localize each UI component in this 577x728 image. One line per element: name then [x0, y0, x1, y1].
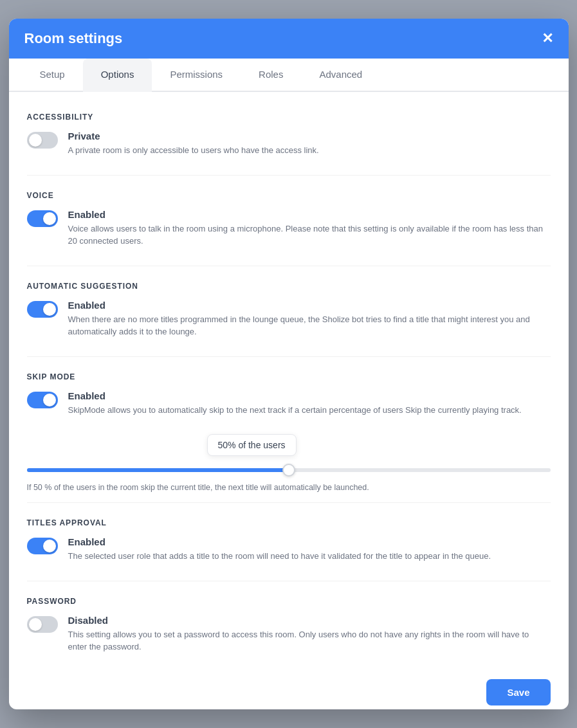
desc-approval: The selected user role that adds a title…: [68, 550, 551, 563]
setting-approval: Enabled The selected user role that adds…: [27, 536, 551, 563]
tab-bar: Setup Options Permissions Roles Advanced: [9, 59, 569, 92]
section-title-suggestion: AUTOMATIC SUGGESTION: [27, 282, 551, 291]
toggle-slider-approval: [27, 538, 58, 554]
skip-slider-section: 50% of the users If 50 % of the users in…: [27, 434, 551, 492]
range-wrapper: [27, 464, 551, 477]
section-title-approval: TITLES APPROVAL: [27, 518, 551, 527]
toggle-slider-private: [27, 132, 58, 149]
toggle-slider-password: [27, 616, 58, 633]
label-skip: Enabled: [68, 390, 551, 401]
label-private: Private: [68, 131, 551, 141]
label-approval: Enabled: [68, 536, 551, 547]
toggle-slider-suggestion: [27, 301, 58, 318]
modal-header: Room settings ✕: [9, 19, 569, 59]
section-title-voice: VOICE: [27, 191, 551, 200]
setting-private: Private A private room is only accessibl…: [27, 131, 551, 157]
divider-4: [27, 502, 551, 503]
save-button[interactable]: Save: [486, 679, 550, 705]
tab-permissions[interactable]: Permissions: [152, 59, 241, 92]
desc-voice: Voice allows users to talk in the room u…: [68, 223, 551, 248]
label-voice: Enabled: [68, 209, 551, 220]
divider-2: [27, 266, 551, 266]
setting-skip: Enabled SkipMode allows you to automatic…: [27, 390, 551, 417]
divider-5: [27, 581, 551, 581]
desc-skip: SkipMode allows you to automatically ski…: [68, 404, 551, 417]
room-settings-modal: Room settings ✕ Setup Options Permission…: [9, 19, 569, 709]
label-password: Disabled: [68, 615, 551, 626]
setting-suggestion: Enabled When there are no more titles pr…: [27, 300, 551, 338]
toggle-slider-skip: [27, 392, 58, 408]
divider-3: [27, 356, 551, 357]
toggle-password[interactable]: [27, 616, 58, 633]
divider-1: [27, 175, 551, 176]
desc-suggestion: When there are no more titles programmed…: [68, 313, 551, 338]
slider-tooltip: 50% of the users: [207, 434, 297, 456]
setting-voice: Enabled Voice allows users to talk in th…: [27, 209, 551, 248]
section-title-accessibility: ACCESSIBILITY: [27, 113, 551, 122]
toggle-voice[interactable]: [27, 210, 58, 227]
modal-title: Room settings: [24, 30, 123, 47]
toggle-slider-voice: [27, 210, 58, 227]
toggle-suggestion[interactable]: [27, 301, 58, 318]
tab-options[interactable]: Options: [83, 59, 152, 92]
section-title-skip: SKIP MODE: [27, 372, 551, 381]
section-title-password: PASSWORD: [27, 597, 551, 606]
save-bar: Save: [27, 671, 551, 708]
desc-password: This setting allows you to set a passwor…: [68, 628, 551, 653]
tab-setup[interactable]: Setup: [22, 59, 83, 92]
desc-private: A private room is only accessible to use…: [68, 144, 551, 157]
modal-body: ACCESSIBILITY Private A private room is …: [9, 92, 569, 709]
toggle-private[interactable]: [27, 132, 58, 149]
range-fill: [27, 468, 289, 472]
close-button[interactable]: ✕: [542, 32, 553, 46]
toggle-approval[interactable]: [27, 538, 58, 554]
tab-roles[interactable]: Roles: [241, 59, 301, 92]
tab-advanced[interactable]: Advanced: [301, 59, 380, 92]
setting-password: Disabled This setting allows you to set …: [27, 615, 551, 653]
label-suggestion: Enabled: [68, 300, 551, 311]
toggle-skip[interactable]: [27, 392, 58, 408]
range-thumb[interactable]: [282, 464, 295, 477]
slider-hint: If 50 % of the users in the room skip th…: [27, 483, 551, 492]
range-track: [27, 468, 551, 472]
